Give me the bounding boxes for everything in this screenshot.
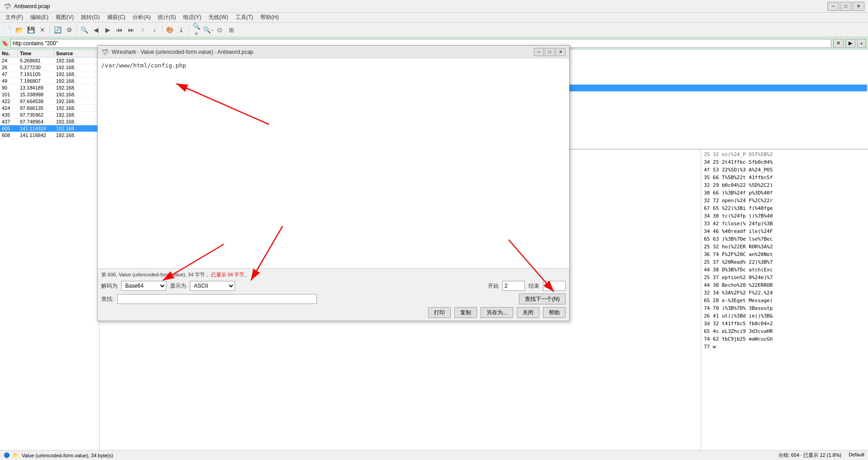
tb-sep-3 — [162, 25, 162, 34]
decode-select[interactable]: Base64 ASCII UTF-8 HEX — [121, 281, 166, 291]
copy-button[interactable]: 复制 — [454, 307, 477, 318]
status-text: Value (urlencoded-form.value), 34 byte(s… — [22, 453, 113, 458]
table-row[interactable]: 422 97.664538 192.168. — [0, 98, 99, 105]
table-row[interactable]: 437 97.748964 192.168. — [0, 119, 99, 125]
table-row[interactable]: 608 141.116842 192.168. — [0, 132, 99, 139]
go-back-button[interactable]: ◀ — [90, 24, 101, 35]
filter-save-button[interactable]: + — [857, 39, 866, 48]
dialog-footer: 第 606, Value (urlencoded-form.value), 34… — [98, 268, 569, 321]
end-label: 结束 — [528, 282, 539, 290]
go-last-button[interactable]: ⏭ — [126, 24, 137, 35]
zoom-in-button[interactable]: 🔍+ — [191, 24, 202, 35]
menu-goto[interactable]: 跳转(G) — [77, 13, 103, 22]
zoom-reset-button[interactable]: ⊙ — [214, 24, 225, 35]
menu-help[interactable]: 帮助(H) — [257, 13, 283, 22]
title-bar-controls: ─ □ ✕ — [827, 2, 864, 11]
dialog-icon: 🦈 — [101, 48, 109, 56]
packet-list-header: No. Time Source — [0, 50, 99, 57]
status-left: 🔵 📁 Value (urlencoded-form.value), 34 by… — [4, 452, 769, 458]
packet-list[interactable]: No. Time Source 24 5.268681 192.168. 26 … — [0, 50, 99, 450]
zoom-fit-button[interactable]: ⊞ — [226, 24, 237, 35]
dialog-close-button[interactable]: ✕ — [556, 48, 566, 56]
close-button-tb[interactable]: ✕ — [37, 24, 48, 35]
hex-right-panel: 25 32 es(%24_P OST%5B%2 34 25 2t41ffbc 5… — [701, 150, 868, 450]
dialog-search-row: 查找: 查找下一个(N) — [101, 294, 566, 304]
find-next-button[interactable]: 查找下一个(N) — [519, 294, 566, 304]
status-profile: Default — [849, 452, 864, 459]
filter-icon: 🔖 — [2, 40, 9, 47]
toolbar: 📄 📂 💾 ✕ 🔄 ⚙ 🔍 ◀ ▶ ⏮ ⏭ ↑ ↓ 🎨 ⤓ 🔍+ 🔍- ⊙ ⊞ — [0, 23, 868, 37]
go-next-button[interactable]: ↓ — [149, 24, 160, 35]
print-button[interactable]: 打印 — [428, 307, 451, 318]
menu-capture[interactable]: 捕获(C) — [104, 13, 129, 22]
dialog-path-value: /var/www/html/config.php — [101, 62, 566, 69]
title-bar: 🦈 Antsword.pcap ─ □ ✕ — [0, 0, 868, 13]
display-label: 显示为 — [170, 282, 186, 290]
menu-edit[interactable]: 编辑(E) — [27, 13, 52, 22]
title-bar-left: 🦈 Antsword.pcap — [4, 3, 50, 10]
value-dialog: 🦈 Wireshark · Value (urlencoded-form.val… — [97, 45, 570, 321]
close-dialog-button[interactable]: 关闭 — [517, 307, 539, 318]
table-row-selected[interactable]: ▶ 606 141.114324 192.168. — [0, 125, 99, 132]
table-row[interactable]: 26 5.277230 192.168. — [0, 64, 99, 71]
decode-label: 解码为 — [101, 282, 118, 290]
dialog-info-text: 第 606, Value (urlencoded-form.value), 34… — [101, 271, 566, 278]
save-button[interactable]: 💾 — [25, 24, 36, 35]
display-select[interactable]: ASCII UTF-8 HEX — [190, 281, 235, 291]
go-forward-button[interactable]: ▶ — [102, 24, 113, 35]
tb-sep-4 — [189, 25, 189, 34]
dialog-maximize-button[interactable]: □ — [545, 48, 555, 56]
start-input[interactable] — [502, 281, 525, 291]
autoscroll-button[interactable]: ⤓ — [176, 24, 187, 35]
col-no: No. — [0, 50, 18, 57]
app-title: Antsword.pcap — [14, 3, 50, 9]
go-prev-button[interactable]: ↑ — [137, 24, 148, 35]
open-button[interactable]: 📂 — [14, 24, 24, 35]
dialog-title-text: Wireshark · Value (urlencoded-form.value… — [112, 49, 253, 55]
filter-apply-button[interactable]: ▶ — [845, 39, 855, 48]
save-as-button[interactable]: 另存为... — [481, 307, 513, 318]
table-row[interactable]: 435 97.735962 192.168. — [0, 112, 99, 119]
dialog-title-bar: 🦈 Wireshark · Value (urlencoded-form.val… — [98, 46, 569, 58]
table-row[interactable]: 90 13.184189 192.168. — [0, 85, 99, 91]
table-row[interactable]: 424 97.666135 192.168. — [0, 105, 99, 112]
dialog-window-controls: ─ □ ✕ — [534, 48, 566, 56]
find-button[interactable]: 🔍 — [79, 24, 90, 35]
tb-sep-1 — [50, 25, 50, 34]
filter-clear-button[interactable]: ✕ — [833, 39, 844, 48]
help-button[interactable]: 帮助 — [543, 307, 566, 318]
menu-bar: 文件(F) 编辑(E) 视图(V) 跳转(G) 捕获(C) 分析(A) 统计(S… — [0, 13, 868, 23]
end-input[interactable] — [543, 281, 566, 291]
start-label: 开始 — [488, 282, 499, 290]
table-row[interactable]: 49 7.196807 192.168. — [0, 78, 99, 85]
close-button[interactable]: ✕ — [853, 2, 864, 11]
menu-analyze[interactable]: 分析(A) — [129, 13, 154, 22]
menu-view[interactable]: 视图(V) — [52, 13, 77, 22]
col-time: Time — [18, 50, 54, 57]
menu-wireless[interactable]: 无线(W) — [205, 13, 231, 22]
find-label: 查找: — [101, 295, 113, 303]
table-row[interactable]: 47 7.191105 192.168. — [0, 71, 99, 78]
new-button[interactable]: 📄 — [2, 24, 13, 35]
dialog-content: /var/www/html/config.php — [98, 58, 569, 268]
colorize-button[interactable]: 🎨 — [164, 24, 175, 35]
go-first-button[interactable]: ⏮ — [114, 24, 125, 35]
menu-telephony[interactable]: 电话(Y) — [179, 13, 205, 22]
minimize-button[interactable]: ─ — [827, 2, 839, 11]
menu-file[interactable]: 文件(F) — [2, 13, 27, 22]
reload-button[interactable]: 🔄 — [52, 24, 63, 35]
dialog-button-row: 打印 复制 另存为... 关闭 帮助 — [101, 307, 566, 318]
table-row[interactable]: 101 15.338998 192.168. — [0, 91, 99, 98]
table-row[interactable]: 24 5.268681 192.168. — [0, 57, 99, 64]
zoom-out-button[interactable]: 🔍- — [203, 24, 213, 35]
dialog-minimize-button[interactable]: ─ — [534, 48, 544, 56]
maximize-button[interactable]: □ — [840, 2, 852, 11]
find-input[interactable] — [117, 294, 317, 304]
status-bar: 🔵 📁 Value (urlencoded-form.value), 34 by… — [0, 450, 868, 460]
col-source: Source — [54, 50, 99, 57]
menu-tools[interactable]: 工具(T) — [232, 13, 257, 22]
menu-stats[interactable]: 统计(S) — [154, 13, 179, 22]
status-stats: 分组: 654 · 已显示 12 (1.8%) — [778, 452, 841, 459]
capture-options-button[interactable]: ⚙ — [64, 24, 75, 35]
status-right: 分组: 654 · 已显示 12 (1.8%) Default — [778, 452, 864, 459]
